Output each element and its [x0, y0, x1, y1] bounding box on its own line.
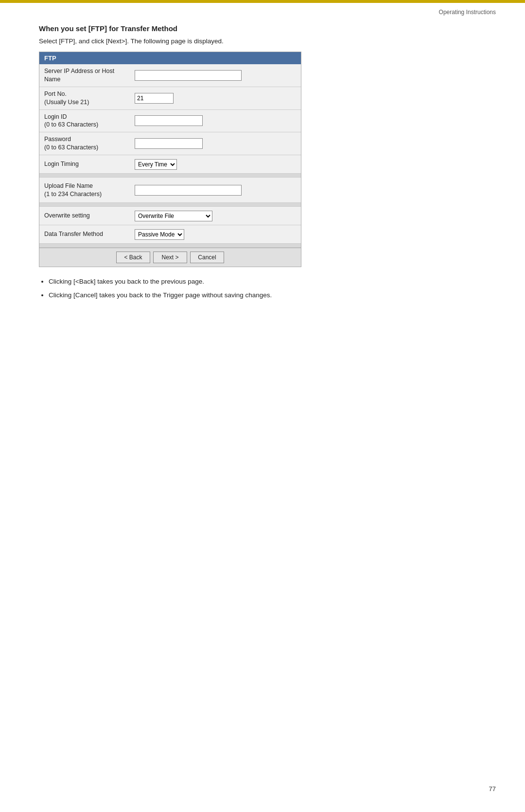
field-port-no[interactable]	[132, 91, 301, 106]
ftp-panel-header: FTP	[39, 52, 301, 64]
label-login-timing: Login Timing	[39, 157, 132, 171]
label-login-id: Login ID(0 to 63 Characters)	[39, 110, 132, 132]
intro-text: Select [FTP], and click [Next>]. The fol…	[39, 37, 496, 45]
label-password: Password(0 to 63 Characters)	[39, 132, 132, 155]
label-server-ip: Server IP Address or Host Name	[39, 64, 132, 87]
field-password[interactable]	[132, 136, 301, 151]
select-overwrite-setting[interactable]: Overwrite File Do Not Overwrite	[135, 211, 212, 221]
header-operating-instructions: Operating Instructions	[439, 9, 496, 16]
page-number: 77	[489, 785, 496, 793]
field-upload-file-name[interactable]	[132, 183, 301, 198]
row-login-timing: Login Timing Every Time Once	[39, 155, 301, 174]
field-server-ip[interactable]	[132, 68, 301, 83]
row-port-no: Port No.(Usually Use 21)	[39, 87, 301, 110]
ftp-separator	[39, 174, 301, 178]
field-overwrite-setting[interactable]: Overwrite File Do Not Overwrite	[132, 209, 301, 223]
field-login-id[interactable]	[132, 113, 301, 128]
bullet-item-back: Clicking [<Back] takes you back to the p…	[49, 277, 496, 287]
input-port-no[interactable]	[135, 93, 174, 104]
input-login-id[interactable]	[135, 115, 203, 126]
row-overwrite-setting: Overwrite setting Overwrite File Do Not …	[39, 207, 301, 225]
row-password: Password(0 to 63 Characters)	[39, 132, 301, 155]
input-server-ip[interactable]	[135, 70, 242, 81]
select-login-timing[interactable]: Every Time Once	[135, 159, 177, 170]
input-password[interactable]	[135, 138, 203, 149]
ftp-panel-body: Server IP Address or Host Name Port No.(…	[39, 64, 301, 267]
label-data-transfer-method: Data Transfer Method	[39, 227, 132, 241]
label-upload-file-name: Upload File Name(1 to 234 Characters)	[39, 179, 132, 201]
row-server-ip: Server IP Address or Host Name	[39, 64, 301, 87]
ftp-buttons-row: < Back Next > Cancel	[39, 248, 301, 267]
row-data-transfer-method: Data Transfer Method Passive Mode Active…	[39, 225, 301, 244]
section-title: When you set [FTP] for Transfer Method	[39, 24, 496, 33]
bullet-list: Clicking [<Back] takes you back to the p…	[39, 277, 496, 301]
select-data-transfer-method[interactable]: Passive Mode Active Mode	[135, 229, 184, 240]
label-overwrite-setting: Overwrite setting	[39, 209, 132, 223]
input-upload-file-name[interactable]	[135, 185, 242, 196]
ftp-separator-2	[39, 203, 301, 207]
bullet-item-cancel: Clicking [Cancel] takes you back to the …	[49, 290, 496, 300]
top-bar	[0, 0, 525, 3]
cancel-button[interactable]: Cancel	[190, 252, 224, 263]
ftp-panel: FTP Server IP Address or Host Name Port …	[39, 52, 301, 267]
row-upload-file-name: Upload File Name(1 to 234 Characters)	[39, 178, 301, 203]
next-button[interactable]: Next >	[153, 252, 187, 263]
field-data-transfer-method[interactable]: Passive Mode Active Mode	[132, 227, 301, 242]
field-login-timing[interactable]: Every Time Once	[132, 157, 301, 172]
label-port-no: Port No.(Usually Use 21)	[39, 87, 132, 109]
ftp-separator-3	[39, 244, 301, 248]
back-button[interactable]: < Back	[116, 252, 150, 263]
row-login-id: Login ID(0 to 63 Characters)	[39, 110, 301, 133]
